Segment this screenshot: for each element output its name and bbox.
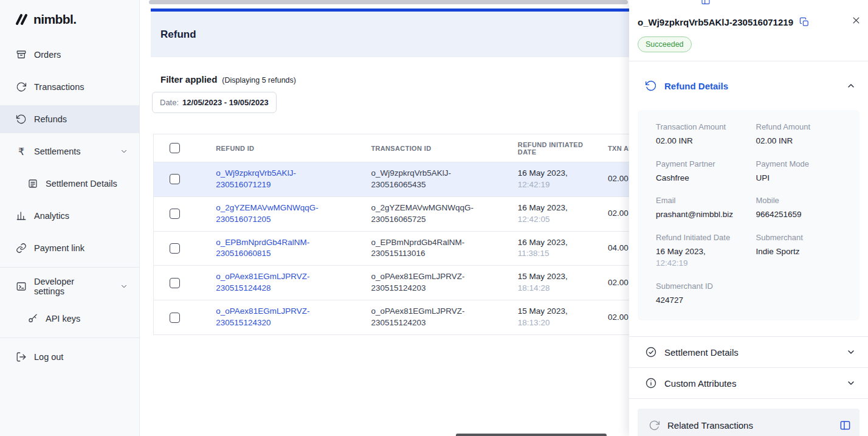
- refund-detail-panel: o_Wj9zpkrqVrb5AKlJ-230516071219 Succeede…: [629, 0, 868, 436]
- status-badge: Succeeded: [638, 36, 692, 52]
- row-checkbox[interactable]: [170, 243, 180, 254]
- field-email: Emailprashant@nimbbl.biz: [656, 196, 750, 221]
- app-root: nimbbl. Orders Transactions Refunds ₹ Se…: [0, 0, 868, 436]
- refunds-table: REFUND ID TRANSACTION ID REFUND INITIATE…: [153, 134, 629, 335]
- field-transaction-amount: Transaction Amount02.00 INR: [656, 122, 750, 147]
- panel-divider: [629, 398, 868, 399]
- sidebar-divider: [0, 267, 139, 268]
- chevron-down-icon: [120, 282, 128, 291]
- section-custom-attributes[interactable]: Custom Attributes: [629, 368, 868, 398]
- brand-logo: nimbbl.: [0, 12, 139, 36]
- date-filter-chip[interactable]: Date: 12/05/2023 - 19/05/2023: [152, 92, 277, 113]
- field-mobile: Mobile9664251659: [756, 196, 850, 221]
- sidebar-item-label: Refunds: [34, 114, 67, 124]
- developer-settings-icon: [16, 281, 27, 292]
- sidebar-item-label: Analytics: [34, 211, 69, 221]
- txn-amount-cell: 02.00 INR: [599, 300, 629, 335]
- open-columns-icon[interactable]: [839, 420, 851, 431]
- filter-count-note: (Displaying 5 refunds): [222, 76, 296, 85]
- sidebar-item-analytics[interactable]: Analytics: [0, 202, 139, 230]
- refund-id-link[interactable]: o_Wj9zpkrqVrb5AKlJ-230516071219: [216, 168, 354, 191]
- info-circle-icon: [645, 377, 657, 389]
- section-refund-details[interactable]: Refund Details: [629, 61, 868, 110]
- filter-summary: Filter applied (Displaying 5 refunds): [160, 74, 629, 85]
- field-payment-mode: Payment ModeUPI: [756, 159, 850, 184]
- refund-id-link[interactable]: o_EPBmNprdGb4RalNM-230516060815: [216, 237, 354, 260]
- column-header-refund-id: REFUND ID: [207, 134, 362, 162]
- chevron-up-icon[interactable]: [846, 81, 856, 91]
- transaction-id-cell: o_EPBmNprdGb4RalNM-230515113016: [362, 231, 509, 266]
- field-refund-initiated-date: Refund Initiated Date16 May 2023,12:42:1…: [656, 233, 750, 269]
- row-checkbox[interactable]: [170, 209, 180, 219]
- page-title: Refund: [160, 29, 196, 41]
- refund-date-cell: 15 May 2023,18:13:20: [509, 300, 599, 335]
- brand-name: nimbbl.: [33, 12, 76, 27]
- chevron-down-icon[interactable]: [846, 347, 856, 357]
- close-icon[interactable]: [852, 16, 861, 25]
- section-title: Custom Attributes: [664, 378, 736, 389]
- horizontal-scrollbar[interactable]: [149, 0, 628, 4]
- sidebar-item-transactions[interactable]: Transactions: [0, 73, 139, 101]
- sidebar-item-label: Payment link: [34, 243, 84, 253]
- sidebar-item-api-keys[interactable]: API keys: [0, 305, 139, 333]
- sidebar-item-orders[interactable]: Orders: [0, 41, 139, 69]
- section-title: Settlement Details: [664, 347, 739, 358]
- check-circle-icon: [645, 346, 657, 358]
- related-transactions-bar[interactable]: Related Transactions: [638, 409, 859, 436]
- refund-date-cell: 16 May 2023,11:38:15: [509, 231, 599, 266]
- orders-icon: [16, 49, 27, 60]
- settlement-details-icon: [27, 178, 38, 189]
- sidebar-item-developer-settings[interactable]: Developer settings: [0, 272, 139, 300]
- refund-date-cell: 16 May 2023,12:42:19: [509, 162, 599, 197]
- refund-date-cell: 15 May 2023,18:14:28: [509, 266, 599, 300]
- main-content: Refund Filter applied (Displaying 5 refu…: [140, 0, 629, 436]
- table-row[interactable]: o_oPAex81EGmLJPRVZ-230515124428 o_oPAex8…: [154, 266, 630, 300]
- txn-amount-cell: 02.00 INR: [599, 266, 629, 300]
- nimbbl-logo-icon: [15, 13, 29, 26]
- sidebar-item-label: Developer settings: [34, 277, 106, 296]
- sidebar-item-settlements[interactable]: ₹ Settlements: [0, 137, 139, 165]
- column-header-refund-initiated-date: REFUND INITIATED DATE: [509, 134, 599, 162]
- refund-id-link[interactable]: o_oPAex81EGmLJPRVZ-230515124320: [216, 306, 354, 329]
- filter-applied-label: Filter applied: [160, 74, 217, 85]
- refund-icon: [645, 80, 657, 92]
- txn-amount-cell: 02.00 INR: [599, 162, 629, 197]
- sidebar-item-payment-link[interactable]: Payment link: [0, 234, 139, 262]
- txn-amount-cell: 04.00 INR: [599, 231, 629, 266]
- table-row[interactable]: o_Wj9zpkrqVrb5AKlJ-230516071219 o_Wj9zpk…: [154, 162, 630, 197]
- sidebar-item-logout[interactable]: Log out: [0, 343, 139, 371]
- related-transactions-label: Related Transactions: [667, 420, 753, 431]
- sidebar-item-label: Settlement Details: [46, 179, 117, 189]
- logout-icon: [16, 351, 27, 362]
- rupee-icon: ₹: [16, 146, 27, 157]
- window-edge: [456, 434, 607, 436]
- field-submerchant: SubmerchantIndie Sportz: [756, 233, 850, 269]
- transaction-id-cell: o_oPAex81EGmLJPRVZ-230515124203: [362, 266, 509, 300]
- refund-id-title: o_Wj9zpkrqVrb5AKlJ-230516071219: [638, 17, 793, 27]
- analytics-icon: [16, 210, 27, 221]
- section-settlement-details[interactable]: Settlement Details: [629, 337, 868, 367]
- row-checkbox[interactable]: [170, 278, 180, 288]
- sidebar-divider: [0, 337, 139, 338]
- table-header-row: REFUND ID TRANSACTION ID REFUND INITIATE…: [154, 134, 630, 162]
- field-payment-partner: Payment PartnerCashfree: [656, 159, 750, 184]
- sidebar-item-refunds[interactable]: Refunds: [0, 105, 139, 133]
- row-checkbox[interactable]: [170, 313, 180, 323]
- table-row[interactable]: o_EPBmNprdGb4RalNM-230516060815 o_EPBmNp…: [154, 231, 630, 266]
- select-all-checkbox[interactable]: [170, 143, 180, 153]
- key-icon: [27, 313, 38, 324]
- transaction-id-cell: o_oPAex81EGmLJPRVZ-230515124203: [362, 300, 509, 335]
- copy-icon[interactable]: [799, 17, 810, 27]
- refund-id-link[interactable]: o_2gYZEMAVwMGNWqqG-230516071205: [216, 202, 354, 226]
- refund-id-link[interactable]: o_oPAex81EGmLJPRVZ-230515124428: [216, 271, 354, 294]
- chevron-down-icon[interactable]: [846, 378, 856, 388]
- sidebar-item-settlement-details[interactable]: Settlement Details: [0, 170, 139, 198]
- date-filter-label: Date:: [160, 98, 179, 107]
- refresh-icon: [649, 420, 660, 431]
- date-filter-value: 12/05/2023 - 19/05/2023: [182, 98, 269, 107]
- row-checkbox[interactable]: [170, 174, 180, 184]
- table-row[interactable]: o_oPAex81EGmLJPRVZ-230515124320 o_oPAex8…: [154, 300, 630, 335]
- column-header-txn-amount: TXN AMOUNT: [599, 134, 629, 162]
- column-header-transaction-id: TRANSACTION ID: [362, 134, 509, 162]
- table-row[interactable]: o_2gYZEMAVwMGNWqqG-230516071205 o_2gYZEM…: [154, 196, 630, 231]
